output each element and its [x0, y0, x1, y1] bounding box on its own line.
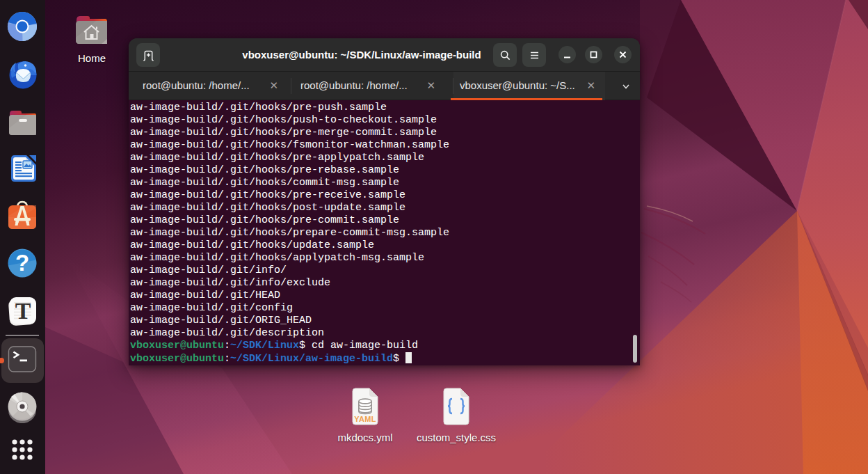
svg-text:T: T	[15, 298, 31, 324]
svg-text:YAML: YAML	[354, 415, 376, 423]
svg-text:?: ?	[15, 250, 29, 276]
